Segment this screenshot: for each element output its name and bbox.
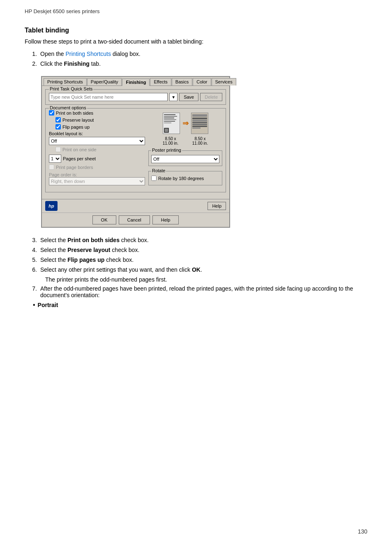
finishing-bold: Finishing: [64, 60, 90, 67]
quick-sets-input[interactable]: [49, 93, 168, 101]
step-3: 3. Select the Print on both sides check …: [29, 237, 367, 243]
page-order-row: Right, then down: [49, 177, 145, 185]
flip-pages-label: Flip pages up: [62, 125, 90, 129]
indent-text: The printer prints the odd-numbered page…: [45, 276, 367, 283]
save-button[interactable]: Save: [179, 93, 198, 101]
page-number: 130: [358, 528, 367, 535]
print-page-borders-checkbox[interactable]: [49, 164, 54, 170]
print-one-side-row: Print on one side: [55, 147, 145, 152]
print-one-side-checkbox[interactable]: [55, 147, 61, 152]
print-page-borders-row: Print page borders: [49, 164, 145, 170]
step4-bold: Preserve layout: [67, 247, 110, 253]
preview-left-doc: [163, 113, 180, 134]
dialog-footer: hp Help: [42, 199, 229, 213]
dialog-body: Print Task Quick Sets ▼ Save Delete Docu…: [42, 86, 229, 199]
rotate-label: Rotate: [151, 168, 166, 173]
flip-pages-row: Flip pages up: [55, 124, 145, 129]
preserve-layout-checkbox[interactable]: [55, 117, 61, 122]
poster-group: Poster printing Off: [148, 150, 222, 166]
dim-label-2: 8.50 x 11.00 in.: [191, 136, 209, 146]
intro-text: Follow these steps to print a two-sided …: [25, 38, 367, 45]
quick-sets-label: Print Task Quick Sets: [49, 86, 93, 91]
preserve-layout-label: Preserve layout: [62, 118, 94, 122]
preserve-layout-row: Preserve layout: [55, 117, 145, 122]
page-order-label: Page order is:: [49, 172, 145, 177]
dialog-bottom-buttons: OK Cancel Help: [42, 213, 229, 227]
booklet-label: Booklet layout is:: [49, 131, 145, 136]
sub-bullets-list: • Portrait: [25, 302, 367, 308]
pages-per-sheet-row: 1 Pages per sheet: [49, 155, 145, 163]
pps-select[interactable]: 1: [49, 155, 61, 163]
doc-options-group: Document options Print on both sides Pre…: [45, 108, 226, 192]
section-title: Tablet binding: [25, 27, 367, 34]
doc-options-left: Print on both sides Preserve layout Flip…: [49, 110, 145, 189]
step-4: 4. Select the Preserve layout check box.: [29, 247, 367, 253]
step-5: 5. Select the Flip pages up check box.: [29, 256, 367, 263]
poster-select[interactable]: Off: [151, 155, 219, 163]
rotate-checkbox[interactable]: [151, 176, 157, 181]
booklet-select[interactable]: Off: [49, 137, 145, 145]
quick-sets-dropdown[interactable]: ▼: [169, 93, 178, 101]
step5-bold: Flip pages up: [67, 256, 104, 263]
step-2: 2. Click the Finishing tab.: [29, 60, 367, 67]
ok-button[interactable]: OK: [92, 215, 116, 224]
footer-area: Help: [208, 202, 226, 210]
doc-options-row: Print on both sides Preserve layout Flip…: [49, 110, 222, 189]
poster-label: Poster printing: [151, 148, 182, 153]
step-1: 1. Open the Printing Shortcuts dialog bo…: [29, 51, 367, 57]
cancel-button[interactable]: Cancel: [119, 215, 150, 224]
page-header: HP Deskjet 6500 series printers: [25, 8, 367, 14]
doc-options-right: ⇒: [148, 110, 222, 189]
page-order-select[interactable]: Right, then down: [49, 177, 145, 185]
rotate-group: Rotate Rotate by 180 degrees: [148, 171, 222, 185]
step3-bold: Print on both sides: [67, 237, 120, 243]
dialog-container: Printing Shortcuts Paper/Quality Finishi…: [41, 76, 230, 228]
print-page-borders-label: Print page borders: [56, 165, 93, 170]
flip-pages-checkbox[interactable]: [55, 124, 61, 129]
help-button-footer[interactable]: Help: [208, 202, 226, 210]
printer-dialog: Printing Shortcuts Paper/Quality Finishi…: [41, 76, 230, 228]
pps-label: Pages per sheet: [63, 156, 96, 161]
tab-services[interactable]: Services: [212, 78, 236, 85]
rotate-text: Rotate by 180 degrees: [158, 176, 204, 181]
print-one-side-label: Print on one side: [62, 147, 97, 152]
doc-options-label: Document options: [49, 105, 87, 110]
preview-area: ⇒: [163, 113, 208, 134]
printer-properties-link[interactable]: Printing Shortcuts: [66, 51, 111, 57]
tab-color[interactable]: Color: [193, 78, 211, 85]
tab-bar: Printing Shortcuts Paper/Quality Finishi…: [42, 77, 229, 86]
tab-basics[interactable]: Basics: [172, 78, 192, 85]
dim-labels: 8.50 x 11.00 in. 8.50 x 11.00 in.: [162, 136, 209, 146]
quick-sets-row: ▼ Save Delete: [49, 93, 222, 101]
hp-logo: hp: [45, 201, 58, 211]
print-both-sides-row: Print on both sides: [49, 110, 145, 116]
delete-button[interactable]: Delete: [200, 93, 222, 101]
step-6: 6. Select any other print settings that …: [29, 266, 367, 273]
bullet-portrait: • Portrait: [33, 302, 367, 308]
preview-right-doc: [191, 113, 208, 134]
step6-bold: OK: [192, 266, 201, 273]
step-7: 7. After the odd-numbered pages have bee…: [29, 285, 367, 298]
tab-paper-quality[interactable]: Paper/Quality: [87, 78, 122, 85]
quick-sets-group: Print Task Quick Sets ▼ Save Delete: [45, 89, 226, 105]
tab-printing-shortcuts[interactable]: Printing Shortcuts: [44, 78, 87, 85]
tab-effects[interactable]: Effects: [150, 78, 171, 85]
print-both-sides-label: Print on both sides: [56, 111, 93, 116]
dim-label-1: 8.50 x 11.00 in.: [162, 136, 179, 146]
booklet-row: Off: [49, 137, 145, 145]
arrow-icon: ⇒: [182, 119, 189, 128]
portrait-label: Portrait: [38, 302, 58, 308]
tab-finishing[interactable]: Finishing: [122, 79, 150, 86]
rotate-checkbox-row: Rotate by 180 degrees: [151, 176, 219, 181]
help-button-bottom[interactable]: Help: [152, 215, 179, 224]
print-both-sides-checkbox[interactable]: [49, 110, 54, 116]
